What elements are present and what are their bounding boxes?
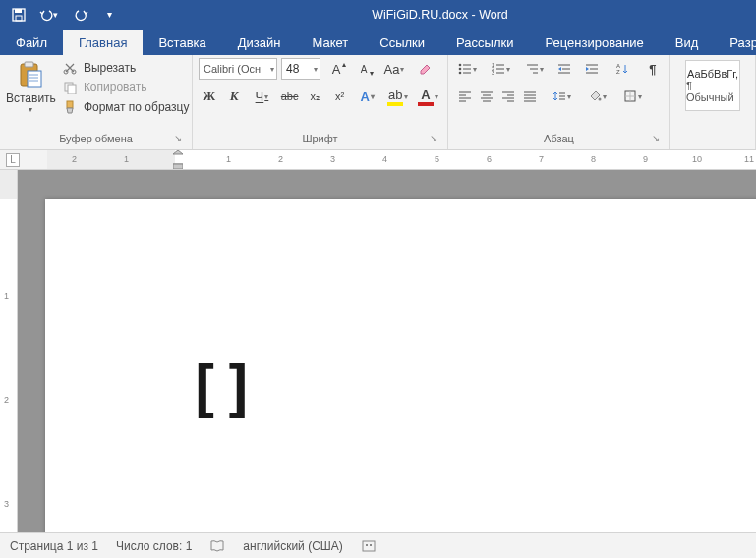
bold-button[interactable]: Ж bbox=[199, 85, 220, 107]
qat-dropdown-icon: ▾ bbox=[107, 9, 112, 20]
font-color-label: A bbox=[418, 87, 433, 106]
tab-layout[interactable]: Макет bbox=[296, 30, 364, 55]
title-bar: ▾ ▾ WiFiGiD.RU.docx - Word bbox=[0, 0, 756, 28]
clipboard-group-text: Буфер обмена bbox=[59, 133, 133, 144]
decrease-indent-button[interactable] bbox=[553, 58, 575, 80]
ruler-tick: 2 bbox=[278, 154, 283, 164]
quick-access-toolbar: ▾ ▾ bbox=[0, 4, 124, 26]
highlight-button[interactable]: ab▾ bbox=[384, 85, 411, 107]
svg-rect-61 bbox=[363, 541, 375, 551]
font-color-dropdown-icon: ▾ bbox=[435, 92, 438, 101]
svg-point-14 bbox=[459, 64, 462, 67]
status-page[interactable]: Страница 1 из 1 bbox=[10, 539, 98, 553]
font-dialog-launcher[interactable]: ↘ bbox=[427, 132, 439, 144]
undo-button[interactable]: ▾ bbox=[39, 4, 61, 26]
align-center-icon bbox=[480, 90, 494, 102]
group-font: Calibri (Осн ▾ 48 ▾ A▴ A▾ Aa▾ bbox=[193, 55, 448, 149]
subscript-button[interactable]: x₂ bbox=[304, 85, 325, 107]
tab-developer[interactable]: Разработчик bbox=[714, 30, 756, 55]
grow-font-label: A bbox=[332, 62, 341, 77]
paste-button[interactable]: Вставить ▾ bbox=[6, 58, 56, 131]
bullets-button[interactable]: ▾ bbox=[454, 58, 482, 80]
paste-label: Вставить bbox=[6, 91, 56, 105]
group-styles: АаБбВвГг, ¶ Обычный bbox=[670, 55, 756, 149]
tab-file[interactable]: Файл bbox=[0, 30, 63, 55]
align-right-button[interactable] bbox=[497, 85, 519, 107]
borders-dropdown-icon: ▾ bbox=[638, 92, 642, 101]
tab-view[interactable]: Вид bbox=[660, 30, 715, 55]
status-words-text: Число слов: 1 bbox=[116, 539, 192, 553]
svg-rect-4 bbox=[25, 62, 33, 67]
paste-dropdown-icon: ▾ bbox=[29, 105, 32, 114]
numbering-button[interactable]: 123▾ bbox=[488, 58, 515, 80]
tab-references[interactable]: Ссылки bbox=[364, 30, 440, 55]
svg-rect-1 bbox=[15, 9, 22, 13]
shading-button[interactable]: ▾ bbox=[582, 85, 611, 107]
line-spacing-icon bbox=[552, 89, 566, 103]
font-color-button[interactable]: A▾ bbox=[415, 85, 441, 107]
change-case-button[interactable]: Aa▾ bbox=[379, 58, 409, 80]
qat-customize-button[interactable]: ▾ bbox=[102, 4, 116, 26]
save-button[interactable] bbox=[8, 4, 29, 26]
style-normal[interactable]: АаБбВвГг, ¶ Обычный bbox=[685, 60, 740, 111]
status-spellcheck[interactable] bbox=[209, 538, 225, 554]
copy-label: Копировать bbox=[84, 81, 147, 94]
status-word-count[interactable]: Число слов: 1 bbox=[116, 539, 192, 553]
status-macro[interactable] bbox=[361, 538, 377, 554]
svg-rect-13 bbox=[67, 101, 73, 108]
tab-insert[interactable]: Вставка bbox=[143, 30, 221, 55]
ruler-tick: 11 bbox=[744, 154, 754, 164]
superscript-button[interactable]: x² bbox=[329, 85, 351, 107]
align-left-button[interactable] bbox=[454, 85, 476, 107]
text-effects-button[interactable]: A▾ bbox=[354, 85, 380, 107]
ruler-tick: 10 bbox=[692, 154, 702, 164]
paragraph-dialog-launcher[interactable]: ↘ bbox=[649, 132, 662, 144]
font-size-value: 48 bbox=[286, 62, 299, 76]
tab-home[interactable]: Главная bbox=[63, 30, 143, 55]
shrink-font-label: A bbox=[361, 64, 368, 75]
indent-marker[interactable] bbox=[173, 150, 183, 169]
multilevel-button[interactable]: ▾ bbox=[520, 58, 548, 80]
show-marks-button[interactable]: ¶ bbox=[642, 58, 664, 80]
redo-button[interactable] bbox=[71, 4, 92, 26]
sort-button[interactable]: AZ bbox=[609, 58, 636, 80]
font-size-combobox[interactable]: 48 ▾ bbox=[281, 58, 320, 80]
font-size-dropdown-icon: ▾ bbox=[314, 65, 318, 74]
increase-indent-button[interactable] bbox=[581, 58, 603, 80]
status-language[interactable]: английский (США) bbox=[243, 539, 342, 553]
tab-review[interactable]: Рецензирование bbox=[529, 30, 659, 55]
line-spacing-button[interactable]: ▾ bbox=[547, 85, 576, 107]
copy-button[interactable]: Копировать bbox=[62, 80, 190, 95]
undo-dropdown-icon: ▾ bbox=[53, 10, 61, 20]
tab-mailings[interactable]: Рассылки bbox=[440, 30, 529, 55]
svg-text:Z: Z bbox=[616, 69, 620, 75]
sort-icon: AZ bbox=[615, 62, 629, 76]
vertical-ruler[interactable]: 1 2 3 bbox=[0, 170, 18, 532]
ruler-tick: 8 bbox=[591, 154, 596, 164]
clipboard-dialog-launcher[interactable]: ↘ bbox=[171, 132, 184, 144]
justify-button[interactable] bbox=[519, 85, 541, 107]
borders-icon bbox=[623, 89, 637, 103]
ribbon-tabs: Файл Главная Вставка Дизайн Макет Ссылки… bbox=[0, 28, 756, 55]
borders-button[interactable]: ▾ bbox=[617, 85, 647, 107]
group-paragraph: ▾ 123▾ ▾ AZ ¶ ▾ ▾ ▾ Абзац bbox=[448, 55, 670, 149]
clear-formatting-button[interactable] bbox=[413, 58, 436, 80]
document-page[interactable]: [] bbox=[45, 199, 756, 532]
align-center-button[interactable] bbox=[476, 85, 497, 107]
svg-rect-12 bbox=[68, 85, 76, 94]
shrink-font-button[interactable]: A▾ bbox=[352, 58, 376, 80]
tab-design[interactable]: Дизайн bbox=[222, 30, 297, 55]
font-name-dropdown-icon: ▾ bbox=[270, 65, 274, 74]
horizontal-ruler[interactable]: 2 1 1 2 3 4 5 6 7 8 9 10 11 bbox=[47, 150, 756, 169]
font-name-combobox[interactable]: Calibri (Осн ▾ bbox=[199, 58, 277, 80]
strikethrough-button[interactable]: abc bbox=[279, 85, 301, 107]
line-spacing-dropdown-icon: ▾ bbox=[567, 92, 571, 101]
grow-font-button[interactable]: A▴ bbox=[324, 58, 348, 80]
shading-dropdown-icon: ▾ bbox=[603, 92, 607, 101]
format-painter-button[interactable]: Формат по образцу bbox=[62, 99, 190, 115]
tab-selector[interactable]: L bbox=[0, 150, 47, 169]
underline-button[interactable]: Ч▾ bbox=[249, 85, 275, 107]
italic-button[interactable]: К bbox=[224, 85, 246, 107]
document-text[interactable]: [] bbox=[186, 353, 256, 424]
cut-button[interactable]: Вырезать bbox=[62, 60, 190, 76]
